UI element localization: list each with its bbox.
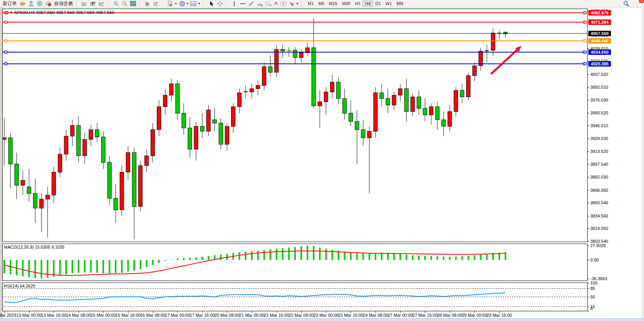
arrows-tool-icon[interactable] <box>288 0 296 7</box>
price-chart-canvas[interactable] <box>2 9 588 242</box>
candle <box>361 120 365 146</box>
macd-bar <box>72 260 73 273</box>
arrows-dropdown[interactable]: ▼ <box>296 2 299 5</box>
new-chart-dropdown[interactable]: ▼ <box>174 2 177 5</box>
line-handle-icon[interactable] <box>5 11 8 14</box>
rsi-tick-label: 50 <box>590 295 595 299</box>
macd-bar <box>133 260 135 271</box>
timeframe-m15[interactable]: M15 <box>327 1 340 6</box>
mt4-window: 新订单 自动交易 ▼ ▼ ▼ E F A T ▼ <box>0 0 644 321</box>
line-end-handle[interactable] <box>584 12 587 14</box>
separator <box>107 1 110 6</box>
chevron-down-icon[interactable]: ▼ <box>10 11 13 14</box>
chat-icon[interactable]: 1 <box>634 0 642 7</box>
macd-bar <box>220 254 222 260</box>
text-label-tool[interactable]: T <box>279 0 287 7</box>
macd-bar <box>65 260 67 274</box>
horizontal-line-icon[interactable] <box>239 0 247 7</box>
timeframe-h1[interactable]: H1 <box>353 1 363 6</box>
time-label: 13 Mar 00:00 <box>16 313 42 317</box>
macd-bar <box>40 260 42 279</box>
price-tick-mark <box>588 100 589 100</box>
rsi-canvas[interactable] <box>2 282 588 311</box>
candle <box>188 118 192 158</box>
macd-bar <box>84 260 86 272</box>
candle <box>454 87 458 117</box>
timeframe-h4[interactable]: H4 <box>363 1 373 6</box>
template-dropdown[interactable]: ▼ <box>198 2 201 5</box>
candle <box>244 86 247 99</box>
zoom-in-icon[interactable] <box>112 0 120 7</box>
rsi-tick-mark <box>588 297 589 297</box>
candle <box>157 100 161 136</box>
strategy-play-icon[interactable] <box>144 0 151 7</box>
candle <box>213 108 217 131</box>
candle <box>194 121 198 161</box>
new-order-button[interactable]: 新订单 <box>2 0 18 7</box>
timeframe-m5[interactable]: M5 <box>316 1 326 6</box>
periods-clock-icon[interactable] <box>178 0 186 7</box>
candle <box>225 123 229 151</box>
candlestick-chart-icon[interactable] <box>89 0 97 7</box>
macd-canvas[interactable] <box>2 244 588 281</box>
timeframe-mn[interactable]: MN <box>394 1 405 6</box>
line-left-handle[interactable] <box>5 63 7 65</box>
signal-icon[interactable] <box>36 0 44 7</box>
candle <box>207 105 211 136</box>
candle <box>405 79 409 121</box>
macd-bar <box>319 247 321 260</box>
line-end-handle[interactable] <box>584 21 587 23</box>
cursor-icon[interactable] <box>207 0 215 7</box>
macd-bar <box>486 254 488 260</box>
time-label: 29 Mar 00:00 <box>462 313 487 317</box>
candle <box>293 47 297 64</box>
bar-chart-icon[interactable] <box>81 0 88 7</box>
line-end-handle[interactable] <box>584 40 587 42</box>
fibonacci-icon[interactable]: F <box>265 0 272 7</box>
autotrade-button[interactable]: 自动交易 <box>53 0 74 7</box>
autotrade-icon[interactable] <box>44 0 52 7</box>
crosshair-icon[interactable] <box>216 0 224 7</box>
rsi-tick-label: 0 <box>590 306 593 311</box>
macd-bar <box>437 256 438 260</box>
market-watch-icon[interactable] <box>19 0 26 7</box>
macd-bar <box>22 260 24 276</box>
zoom-out-icon[interactable] <box>121 0 128 7</box>
text-tool[interactable]: A <box>273 1 279 6</box>
line-left-handle[interactable] <box>5 21 7 23</box>
trend-arrow-object[interactable] <box>491 50 517 74</box>
timeframe-m30[interactable]: M30 <box>340 1 353 6</box>
candle <box>417 90 421 115</box>
channel-icon[interactable]: E <box>256 0 264 7</box>
price-tick-label: 3882.030 <box>590 175 608 179</box>
candle <box>126 146 130 180</box>
timeframe-d1[interactable]: D1 <box>373 1 383 6</box>
time-label: 13 Mar 16:00 <box>41 313 67 317</box>
candle <box>349 100 353 126</box>
macd-bar <box>121 260 123 273</box>
vertical-line-icon[interactable] <box>230 0 238 7</box>
new-chart-icon[interactable] <box>167 0 174 7</box>
periods-dropdown[interactable]: ▼ <box>186 2 189 5</box>
trendline-icon[interactable] <box>247 0 255 7</box>
strategy-stop-icon[interactable] <box>152 0 160 7</box>
tile-windows-icon[interactable] <box>129 0 137 7</box>
search-icon[interactable] <box>622 0 630 7</box>
line-end-handle[interactable] <box>584 63 587 65</box>
price-line-badge: 4071.264 <box>588 19 611 25</box>
time-label: 29 Mar 16:00 <box>487 313 512 317</box>
price-tick-mark <box>588 190 589 191</box>
macd-bar <box>115 260 116 273</box>
line-left-handle[interactable] <box>5 51 7 53</box>
timeframe-w1[interactable]: W1 <box>383 1 395 6</box>
line-end-handle[interactable] <box>584 51 587 53</box>
macd-bar <box>300 246 302 260</box>
line-left-handle[interactable] <box>5 40 7 42</box>
line-chart-icon[interactable] <box>98 0 105 7</box>
macd-bar <box>59 260 61 275</box>
template-icon[interactable] <box>190 0 198 7</box>
timeframe-m1[interactable]: M1 <box>305 1 316 6</box>
navigator-icon[interactable] <box>27 0 35 7</box>
price-tick-label: 3992.010 <box>590 85 608 89</box>
candle <box>70 120 74 146</box>
